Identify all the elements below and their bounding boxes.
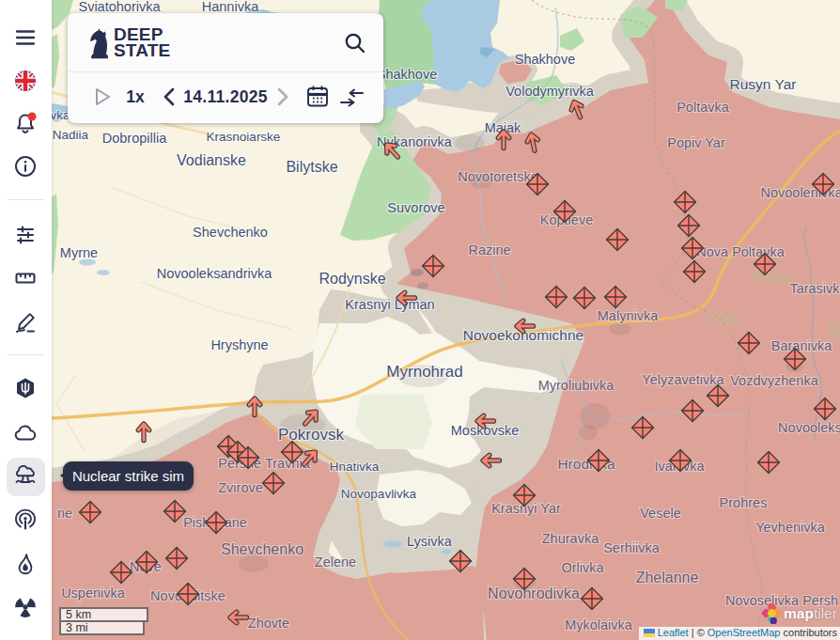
svg-text:Volodymyrivka: Volodymyrivka xyxy=(506,84,594,99)
svg-text:Hannivka: Hannivka xyxy=(202,0,259,14)
svg-text:Sviatohorivka: Sviatohorivka xyxy=(78,0,161,14)
svg-text:Rusyn Yar: Rusyn Yar xyxy=(730,76,797,92)
svg-text:Shakhove: Shakhove xyxy=(515,52,576,67)
svg-text:Krasnyi Lyman: Krasnyi Lyman xyxy=(345,297,434,312)
svg-text:Rodynske: Rodynske xyxy=(319,271,385,287)
svg-text:Prohres: Prohres xyxy=(720,495,768,510)
svg-text:Baranivka: Baranivka xyxy=(771,338,832,353)
svg-text:Shakhove: Shakhove xyxy=(377,67,438,82)
svg-text:Vodianske: Vodianske xyxy=(177,152,246,168)
svg-text:Nadiia: Nadiia xyxy=(53,128,89,142)
svg-text:Razine: Razine xyxy=(468,242,510,258)
svg-text:Serhiivka: Serhiivka xyxy=(603,540,661,555)
svg-text:ne: ne xyxy=(57,506,72,521)
svg-text:Poltavka: Poltavka xyxy=(677,100,730,115)
svg-text:Dobropillia: Dobropillia xyxy=(102,131,167,146)
svg-text:Novopavlivka: Novopavlivka xyxy=(341,487,417,501)
svg-text:Vesele: Vesele xyxy=(640,506,681,521)
svg-text:Pokrovsk: Pokrovsk xyxy=(278,426,344,444)
svg-text:Vozdvyzhenka: Vozdvyzhenka xyxy=(730,373,818,388)
svg-text:Nova Poltavka: Nova Poltavka xyxy=(696,244,785,259)
svg-text:Tarasivka: Tarasivka xyxy=(789,281,840,296)
svg-text:Hnativka: Hnativka xyxy=(330,460,380,474)
svg-text:Suvorove: Suvorove xyxy=(387,200,444,215)
svg-text:Myroliubivka: Myroliubivka xyxy=(538,378,615,393)
svg-text:Yevhenivka: Yevhenivka xyxy=(755,520,826,535)
svg-text:Novohrodivka: Novohrodivka xyxy=(488,585,580,601)
svg-text:Yelyzavetivka: Yelyzavetivka xyxy=(642,372,724,387)
svg-text:Malynivka: Malynivka xyxy=(598,308,659,323)
svg-text:maptiler: maptiler xyxy=(784,605,837,621)
svg-text:Novooleksa: Novooleksa xyxy=(778,420,840,435)
svg-text:Lysivka: Lysivka xyxy=(407,534,453,549)
svg-text:Mykolaivka: Mykolaivka xyxy=(565,617,633,632)
svg-text:Zhelanne: Zhelanne xyxy=(636,570,699,585)
svg-text:Krasnoiarske: Krasnoiarske xyxy=(207,130,281,144)
svg-text:Hryshyne: Hryshyne xyxy=(210,337,268,352)
svg-text:Myrne: Myrne xyxy=(60,245,98,260)
svg-text:Orlivka: Orlivka xyxy=(561,560,604,575)
svg-text:Uspenivka: Uspenivka xyxy=(61,585,126,601)
svg-text:Novooleksandrivka: Novooleksandrivka xyxy=(157,266,272,281)
svg-text:Bilytske: Bilytske xyxy=(286,159,337,175)
svg-text:Shevchenko: Shevchenko xyxy=(193,225,268,240)
svg-text:Zhuravka: Zhuravka xyxy=(542,531,599,546)
svg-text:Zhovte: Zhovte xyxy=(248,616,289,631)
svg-text:14.11.2025: 14.11.2025 xyxy=(183,87,268,106)
svg-text:Zvirove: Zvirove xyxy=(218,480,263,495)
svg-text:Myrnohrad: Myrnohrad xyxy=(386,363,462,381)
svg-text:1x: 1x xyxy=(126,87,145,106)
svg-text:Popiv Yar: Popiv Yar xyxy=(667,135,725,150)
svg-text:Zelene: Zelene xyxy=(315,554,356,570)
svg-text:Shevchenko: Shevchenko xyxy=(221,541,303,557)
svg-text:Novotoretske: Novotoretske xyxy=(458,169,537,184)
